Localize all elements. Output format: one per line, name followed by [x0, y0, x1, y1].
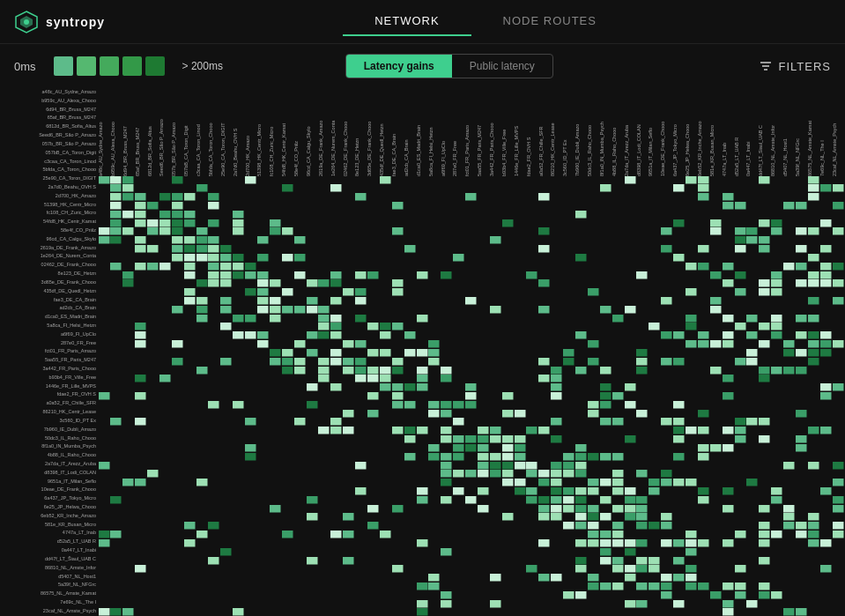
- x-label: 23caf_NL_Amste_Psych: [833, 88, 845, 176]
- tab-btn-latency-gains[interactable]: Latency gains: [346, 55, 452, 78]
- legend-box-1: [54, 56, 73, 76]
- y-label: 057b_BR_São P_Amazo: [0, 140, 99, 149]
- y-label: 65af_BR_Bruss_M247: [0, 114, 99, 122]
- y-label: 0a447_LT_Inabi: [0, 546, 99, 555]
- x-label: 6812d_BR_Sofia_Altus: [148, 88, 160, 176]
- x-label: 54fd8_HK_Centr_Kamat: [282, 88, 294, 176]
- y-label: 7b960_IE_Dubli_Amazo: [0, 426, 99, 434]
- x-label: a48c_AU_Sydne_Amazo: [99, 88, 111, 176]
- y-label: 2d700_HK_Amazo: [0, 192, 99, 201]
- y-label: 02462_DE_Frank_Chooo: [0, 261, 99, 270]
- y-label: 6d94_BR_Bruss_M247: [0, 106, 99, 115]
- x-axis-labels: a48c_AU_Sydne_Amazob959c_AU_Alexa_Chooo6…: [99, 88, 845, 176]
- logo-text: syntropy: [46, 15, 105, 29]
- y-label: 25e90_CA_Toron_DIGIT: [0, 174, 99, 183]
- x-label: d8398_IT_Lodi_COLAN: [637, 88, 649, 176]
- view-tab-group: Latency gains Public latency: [345, 54, 553, 78]
- y-label: 5bfda_CA_Toron_Chooo: [0, 166, 99, 174]
- y-label: 6e25_JP_Helwa_Chooo: [0, 503, 99, 512]
- y-label: 6812d_BR_Sofia_Altus: [0, 122, 99, 131]
- x-label: fct01_FR_Paris_Amazo: [465, 88, 478, 176]
- y-label: 8f1a0_IN_Mumba_Psych: [0, 442, 99, 451]
- x-label: 86575_NL_Amste_Kamat: [808, 88, 820, 176]
- y-label: 3a442_FR_Paris_Chooo: [0, 365, 99, 374]
- x-label: 0a447_LT_Inabi: [746, 88, 759, 176]
- tab-network[interactable]: NETWORK: [343, 7, 471, 36]
- x-label: 7b960_IE_Dubli_Amazo: [575, 88, 588, 176]
- x-label: 58e4f_CO_Priilz: [294, 88, 307, 176]
- x-label: ad2cb_CA_Brain: [404, 88, 417, 176]
- app-header: syntropy NETWORK NODE ROUTES: [0, 0, 845, 44]
- y-label: ad2cb_CA_Brain: [0, 304, 99, 313]
- x-label: 435df_DE_Quedl_Hetzn: [380, 88, 392, 176]
- legend-box-2: [77, 56, 96, 76]
- x-label: 50dc3_IL_Raho_Chooo: [588, 88, 600, 176]
- x-labels-inner: a48c_AU_Sydne_Amazob959c_AU_Alexa_Chooo6…: [99, 88, 844, 176]
- tab-node-routes[interactable]: NODE ROUTES: [471, 7, 628, 36]
- x-label: b959c_AU_Alexa_Chooo: [111, 88, 123, 176]
- x-label: 5aa55_FR_Paris_M247: [478, 88, 490, 176]
- y-axis-labels: a48c_AU_Sydne_Amazob959c_AU_Alexa_Chooo6…: [0, 88, 99, 616]
- y-label: fdae2_FR_OVH S: [0, 390, 99, 399]
- y-label: 86210_HK_Centr_Lease: [0, 408, 99, 417]
- main-nav: NETWORK NODE ROUTES: [140, 7, 831, 36]
- y-label: Seed6_BR_São P_Amazo: [0, 131, 99, 140]
- y-labels-inner: a48c_AU_Sydne_Amazob959c_AU_Alexa_Chooo6…: [0, 88, 99, 616]
- x-label: 6eb52_KR_Inche_Amazo: [698, 88, 710, 176]
- legend-box-4: [122, 56, 142, 76]
- legend-box-3: [100, 56, 119, 76]
- x-label: fc108_CH_Zuric_Micro: [270, 88, 282, 176]
- y-label: 6eb52_KR_Inche_Amazo: [0, 512, 99, 521]
- y-label: 581e_KR_Busan_Micro: [0, 521, 99, 530]
- y-label: 1446e_FR_Lille_MVPS: [0, 382, 99, 391]
- y-label: 7e69c_NL_The I: [0, 598, 99, 607]
- x-label: 86210_HK_Centr_Lease: [551, 88, 563, 176]
- y-label: 4747a_LT_Inab: [0, 529, 99, 538]
- y-label: 10eae_DE_Frank_Chooo: [0, 486, 99, 494]
- x-label: 2a7da_IT_Arezz_Aruba: [625, 88, 637, 176]
- y-label: 1e264_DE_Nurem_Conta: [0, 252, 99, 261]
- filters-button[interactable]: FILTERS: [759, 59, 831, 73]
- y-label: d8398_IT_Lodi_COLAN: [0, 469, 99, 478]
- y-label: 23caf_NL_Amste_Psych: [0, 607, 99, 616]
- y-label: 5a39f_NL_NFGrc: [0, 581, 99, 590]
- x-label: 3a442_FR_Paris_Chooo: [490, 88, 502, 176]
- x-label: 02462_DE_Frank_Chooo: [344, 88, 356, 176]
- y-label: 5aa55_FR_Paris_M247: [0, 356, 99, 365]
- x-label: 287e0_FR_Free: [453, 88, 465, 176]
- y-label: a6f69_FI_UpClo: [0, 330, 99, 339]
- x-label: 86810_NL_Amste_Infor: [771, 88, 783, 176]
- x-label: c3caa_CA_Toron_Linod: [196, 88, 209, 176]
- y-label: d5407_NL_Host1: [0, 573, 99, 582]
- y-label: 2619a_DE_Frank_Amazo: [0, 244, 99, 253]
- tab-btn-public-latency[interactable]: Public latency: [452, 55, 552, 78]
- x-label: 5a39f_NL_NFGrc: [796, 88, 808, 176]
- filters-label: FILTERS: [778, 60, 831, 73]
- x-label: 6e25_JP_Helwa_Chooo: [686, 88, 698, 176]
- svg-point-2: [24, 19, 29, 25]
- y-label: fae3_DE_CA_Brain: [0, 296, 99, 305]
- y-label: 3c560_ID_PT Ex: [0, 417, 99, 426]
- x-label: 65af_BR_Bruss_M247: [136, 88, 148, 176]
- x-label: 25e90_CA_Toron_DIGIT: [221, 88, 233, 176]
- x-label: 3d65e_DE_Frank_Chooo: [367, 88, 380, 176]
- y-label: 54fd8_HK_Centr_Kamat: [0, 218, 99, 226]
- x-label: 6a437_JP_Tokyo_Micro: [673, 88, 686, 176]
- x-label: 057b_BR_São P_Amazo: [172, 88, 184, 176]
- y-label: b93b4_FR_Ville_Free: [0, 374, 99, 382]
- x-label: a0a52_FR_Chille_SFR: [539, 88, 552, 176]
- x-label: 057bB_CA_Toron_Digit: [184, 88, 196, 176]
- y-label: 51398_HK_Centr_Micro: [0, 201, 99, 210]
- y-label: fct01_FR_Paris_Amazo: [0, 347, 99, 356]
- x-and-grid: a48c_AU_Sydne_Amazob959c_AU_Alexa_Chooo6…: [99, 88, 845, 616]
- y-label: d1ca0_ES_Madri_Brain: [0, 313, 99, 322]
- x-label: 8e123_DE_Hetzn: [355, 88, 367, 176]
- x-label: 581e_KR_Busan_Micro: [710, 88, 723, 176]
- matrix-container: a48c_AU_Sydne_Amazob959c_AU_Alexa_Chooo6…: [0, 88, 845, 616]
- y-label: 8e123_DE_Hetzn: [0, 270, 99, 278]
- y-label: 86575_NL_Amste_Kamat: [0, 590, 99, 598]
- y-label: 3d65e_DE_Frank_Chooo: [0, 278, 99, 287]
- y-label: d52a5_LT_UAB R: [0, 538, 99, 546]
- x-label: 5bfda_CA_Toron_Chooo: [209, 88, 221, 176]
- x-label: fdae2_FR_OVH S: [527, 88, 539, 176]
